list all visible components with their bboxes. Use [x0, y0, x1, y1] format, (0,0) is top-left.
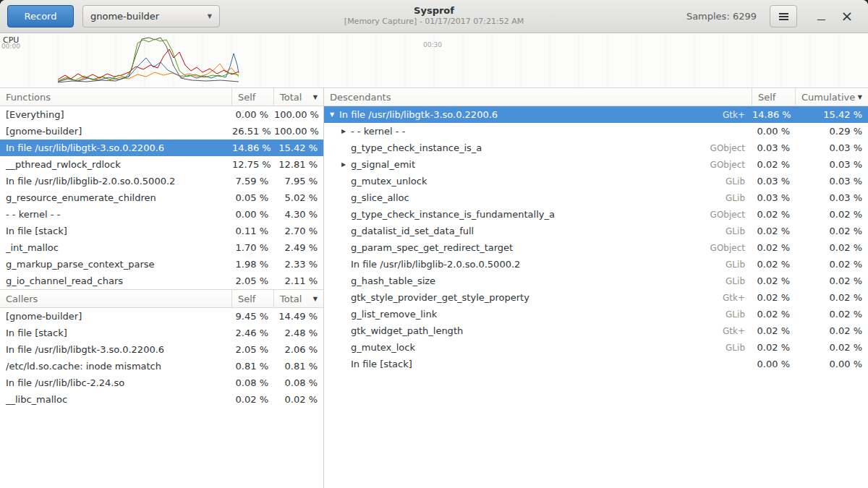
table-row[interactable]: In file [stack]0.00 %0.00 % — [324, 356, 868, 372]
column-header-functions[interactable]: Functions — [0, 88, 232, 106]
hamburger-icon — [779, 16, 788, 17]
functions-table-header: Functions Self Total▼ — [0, 88, 323, 106]
table-row[interactable]: In file /usr/lib/libgtk-3.so.0.2200.614.… — [0, 140, 323, 156]
table-row[interactable]: ▶g_signal_emitGObject0.02 %0.03 % — [324, 156, 868, 173]
total-percent: 12.81 % — [274, 159, 323, 170]
table-row[interactable]: g_param_spec_get_redirect_targetGObject0… — [324, 239, 868, 256]
table-row[interactable]: g_io_channel_read_chars2.05 %2.11 % — [0, 273, 323, 289]
function-name: g_datalist_id_set_data_full — [351, 226, 474, 236]
descendants-table-header: Descendants Self Cumulative▼ — [324, 88, 868, 106]
function-name: - - kernel - - — [0, 209, 232, 220]
library-tag: GLib — [726, 276, 752, 286]
table-row[interactable]: g_resource_enumerate_children0.05 %5.02 … — [0, 189, 323, 206]
self-percent: 12.75 % — [232, 159, 274, 170]
table-row[interactable]: g_datalist_id_set_data_fullGLib0.02 %0.0… — [324, 223, 868, 239]
menu-button[interactable] — [770, 5, 797, 27]
column-header-label: Self — [758, 92, 775, 103]
total-percent: 2.70 % — [274, 226, 323, 236]
library-tag: GObject — [710, 210, 752, 220]
self-percent: 0.02 % — [752, 209, 796, 220]
self-percent: 0.81 % — [232, 361, 274, 372]
table-row[interactable]: In file [stack]2.46 %2.48 % — [0, 325, 323, 341]
table-row[interactable]: __libc_malloc0.02 %0.02 % — [0, 391, 323, 408]
self-percent: 0.03 % — [752, 176, 796, 187]
function-name: In file [stack] — [351, 359, 412, 369]
column-header-total[interactable]: Total▼ — [274, 290, 323, 307]
cumulative-percent: 0.02 % — [796, 226, 868, 236]
close-button[interactable]: × — [838, 7, 856, 26]
column-header-callers[interactable]: Callers — [0, 290, 232, 307]
cumulative-percent: 0.02 % — [796, 309, 868, 320]
table-row[interactable]: ▼In file /usr/lib/libgtk-3.so.0.2200.6Gt… — [324, 106, 868, 123]
self-percent: 26.51 % — [232, 126, 274, 137]
self-percent: 0.02 % — [752, 226, 796, 236]
self-percent: 14.86 % — [232, 142, 274, 153]
table-row[interactable]: g_type_check_instance_is_aGObject0.03 %0… — [324, 140, 868, 156]
table-row[interactable]: gtk_widget_path_lengthGtk+0.02 %0.02 % — [324, 322, 868, 339]
column-header-self[interactable]: Self — [752, 88, 796, 106]
table-row[interactable]: [gnome-builder]26.51 %100.00 % — [0, 123, 323, 140]
table-row[interactable]: In file /usr/lib/libc-2.24.so0.08 %0.08 … — [0, 374, 323, 391]
table-row[interactable]: In file /usr/lib/libglib-2.0.so.0.5000.2… — [324, 256, 868, 273]
table-row[interactable]: /etc/ld.so.cache: inode mismatch0.81 %0.… — [0, 358, 323, 374]
table-row[interactable]: g_hash_table_sizeGLib0.02 %0.02 % — [324, 273, 868, 289]
cumulative-percent: 15.42 % — [796, 109, 868, 120]
self-percent: 0.02 % — [752, 242, 796, 253]
total-percent: 2.33 % — [274, 259, 323, 270]
self-percent: 0.00 % — [752, 359, 796, 369]
library-tag: Gtk+ — [723, 293, 752, 303]
library-tag: GLib — [726, 260, 752, 270]
library-tag: Gtk+ — [723, 326, 752, 336]
table-row[interactable]: In file [stack]0.11 %2.70 % — [0, 223, 323, 239]
column-header-cumulative[interactable]: Cumulative▼ — [796, 88, 868, 106]
table-row[interactable]: ▶- - kernel - -0.00 %0.29 % — [324, 123, 868, 140]
self-percent: 0.02 % — [752, 159, 796, 170]
expander-icon[interactable]: ▼ — [327, 111, 337, 118]
function-name: g_signal_emit — [351, 159, 415, 170]
minimize-button[interactable] — [812, 7, 830, 26]
expander-icon[interactable]: ▶ — [339, 128, 349, 134]
table-row[interactable]: [gnome-builder]9.45 %14.49 % — [0, 308, 323, 325]
self-percent: 0.02 % — [752, 292, 796, 303]
table-row[interactable]: g_list_remove_linkGLib0.02 %0.02 % — [324, 306, 868, 322]
total-percent: 14.49 % — [274, 311, 323, 322]
cumulative-percent: 0.03 % — [796, 192, 868, 203]
column-header-descendants[interactable]: Descendants — [324, 88, 752, 106]
cumulative-percent: 0.03 % — [796, 176, 868, 187]
total-percent: 100.00 % — [274, 126, 323, 137]
function-name: /etc/ld.so.cache: inode mismatch — [0, 361, 232, 372]
sort-indicator-icon: ▼ — [313, 94, 318, 100]
cpu-line-red — [58, 49, 239, 80]
cpu-timeline[interactable]: CPU 00:00 00:30 — [0, 33, 868, 88]
table-row[interactable]: In file /usr/lib/libgtk-3.so.0.2200.62.0… — [0, 341, 323, 358]
table-row[interactable]: g_type_check_instance_is_fundamentally_a… — [324, 206, 868, 223]
total-percent: 2.49 % — [274, 242, 323, 253]
column-header-self[interactable]: Self — [232, 290, 274, 307]
self-percent: 0.03 % — [752, 192, 796, 203]
column-header-total[interactable]: Total▼ — [274, 88, 323, 106]
self-percent: 0.02 % — [752, 275, 796, 286]
table-row[interactable]: g_markup_parse_context_parse1.98 %2.33 % — [0, 256, 323, 273]
expander-icon[interactable]: ▶ — [339, 161, 349, 168]
total-percent: 0.02 % — [274, 394, 323, 405]
table-row[interactable]: gtk_style_provider_get_style_propertyGtk… — [324, 289, 868, 306]
column-header-label: Total — [280, 92, 302, 103]
function-name: [Everything] — [0, 109, 232, 120]
function-name: g_markup_parse_context_parse — [0, 259, 232, 270]
table-row[interactable]: g_slice_allocGLib0.03 %0.03 % — [324, 189, 868, 206]
table-row[interactable]: __pthread_rwlock_rdlock12.75 %12.81 % — [0, 156, 323, 173]
table-row[interactable]: In file /usr/lib/libglib-2.0.so.0.5000.2… — [0, 173, 323, 189]
total-percent: 4.30 % — [274, 209, 323, 220]
self-percent: 0.00 % — [752, 126, 796, 137]
record-button[interactable]: Record — [7, 5, 74, 27]
self-percent: 0.02 % — [752, 325, 796, 336]
table-row[interactable]: g_mutex_lockGLib0.02 %0.02 % — [324, 339, 868, 356]
process-selector[interactable]: gnome-builder ▼ — [82, 5, 220, 27]
callers-table-body: [gnome-builder]9.45 %14.49 %In file [sta… — [0, 308, 323, 408]
table-row[interactable]: _int_malloc1.70 %2.49 % — [0, 239, 323, 256]
table-row[interactable]: [Everything]0.00 %100.00 % — [0, 106, 323, 123]
cumulative-percent: 0.02 % — [796, 292, 868, 303]
column-header-self[interactable]: Self — [232, 88, 274, 106]
table-row[interactable]: g_mutex_unlockGLib0.03 %0.03 % — [324, 173, 868, 189]
table-row[interactable]: - - kernel - -0.00 %4.30 % — [0, 206, 323, 223]
